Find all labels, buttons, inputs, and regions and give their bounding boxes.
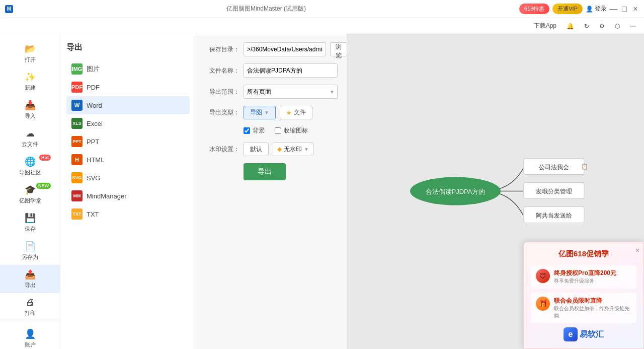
browse-button[interactable]: 浏览 bbox=[330, 42, 347, 56]
print-icon: 🖨 bbox=[26, 297, 35, 308]
cloud-icon: ☁ bbox=[26, 128, 35, 139]
share-button[interactable]: ⬡ bbox=[612, 22, 623, 31]
download-app-button[interactable]: 下载App bbox=[531, 21, 559, 31]
sidebar-item-saveas[interactable]: 📄 另存为 bbox=[0, 237, 60, 265]
logo-e-icon: e bbox=[564, 327, 578, 341]
promo-item2-title: 联合会员限时直降 bbox=[554, 297, 631, 305]
format-svg[interactable]: SVG SVG bbox=[66, 169, 190, 187]
sidebar-item-cloud[interactable]: ☁ 云文件 bbox=[0, 124, 60, 152]
format-txt[interactable]: TXT TXT bbox=[66, 205, 190, 223]
promo-icon-1: 🛡 bbox=[536, 269, 550, 283]
format-icon-ppt: PPT bbox=[71, 136, 83, 147]
mind-map-container: 合法偶读PJDPA方的 公司法我会 📋 发哦分类管理 阿共当发送给 bbox=[395, 141, 596, 243]
share-icon: ⬡ bbox=[615, 23, 620, 30]
format-pdf[interactable]: PDF PDF bbox=[66, 78, 190, 96]
export-range-row: 导出范围： 所有页面 当前页面 选中页面 ▼ bbox=[205, 85, 338, 99]
watermark-select[interactable]: ◆ 无水印 ▼ bbox=[273, 142, 313, 156]
sidebar-item-open[interactable]: 📂 打开 bbox=[0, 39, 60, 67]
sidebar-bottom: 👤 账户 ⚙ 选项 bbox=[0, 321, 60, 349]
export-range-select-wrap: 所有页面 当前页面 选中页面 ▼ bbox=[244, 85, 338, 99]
promo-item-2[interactable]: 🎁 联合会员限时直降 联合会员权益加倍，终身升级抢先购 bbox=[531, 293, 636, 323]
format-img[interactable]: IMG 图片 bbox=[66, 60, 190, 78]
promo-logo-text: 易软汇 bbox=[580, 329, 604, 340]
shrink-checkbox[interactable] bbox=[275, 127, 281, 134]
sidebar: 📂 打开 ✨ 新建 📥 导入 ☁ 云文件 🌐 导图社区 Hot 🎓 亿图学堂 N… bbox=[0, 34, 60, 349]
bell-button[interactable]: 🔔 bbox=[564, 22, 577, 31]
diagram-arrow-icon: ▼ bbox=[264, 110, 269, 115]
maximize-button[interactable]: □ bbox=[621, 6, 628, 13]
toolbar2: 下载App 🔔 ↻ ⚙ ⬡ ⋯ bbox=[0, 18, 644, 34]
main-area: 📂 打开 ✨ 新建 📥 导入 ☁ 云文件 🌐 导图社区 Hot 🎓 亿图学堂 N… bbox=[0, 34, 644, 349]
promo-item-1[interactable]: 🛡 终身授权Pro直降200元 尊享免费升级服务 bbox=[531, 265, 636, 289]
sidebar-item-print[interactable]: 🖨 打印 bbox=[0, 293, 60, 321]
bg-checkbox[interactable] bbox=[244, 127, 250, 134]
watermark-diamond-icon: ◆ bbox=[277, 146, 282, 153]
format-excel[interactable]: XLS Excel bbox=[66, 114, 190, 132]
format-mindmanager[interactable]: MM MindManager bbox=[66, 187, 190, 205]
promo-close-button[interactable]: × bbox=[635, 246, 639, 254]
export-type-label: 导出类型： bbox=[205, 108, 239, 117]
file-name-input[interactable] bbox=[244, 63, 338, 78]
format-icon-word: W bbox=[71, 100, 83, 111]
new-badge: NEW bbox=[36, 183, 51, 189]
window-controls: — □ × bbox=[610, 6, 639, 13]
format-icon-txt: TXT bbox=[71, 208, 83, 220]
export-icon: 📤 bbox=[25, 269, 36, 280]
svg-text:公司法我会: 公司法我会 bbox=[539, 163, 569, 170]
file-star-icon: ★ bbox=[286, 109, 292, 116]
save-dir-input[interactable] bbox=[244, 42, 326, 56]
sidebar-item-save[interactable]: 💾 保存 bbox=[0, 208, 60, 237]
format-icon-pdf: PDF bbox=[71, 82, 83, 93]
promo-popup: × 亿图618促销季 🛡 终身授权Pro直降200元 尊享免费升级服务 🎁 联合… bbox=[523, 242, 644, 349]
more-icon: ⋯ bbox=[630, 23, 636, 30]
hot-badge: Hot bbox=[39, 155, 51, 161]
file-name-label: 文件名称： bbox=[205, 66, 239, 75]
sidebar-item-learn[interactable]: 🎓 亿图学堂 NEW bbox=[0, 180, 60, 208]
format-html[interactable]: H HTML bbox=[66, 151, 190, 169]
format-icon-mm: MM bbox=[71, 190, 83, 201]
settings-icon: ⚙ bbox=[599, 23, 605, 30]
export-type-row: 导出类型： 导图 ▼ ★ 文件 bbox=[205, 106, 338, 119]
titlebar-right: 618特惠 开通VIP 👤 登录 — □ × bbox=[519, 4, 639, 14]
settings-area: 保存目录： 浏览 文件名称： 导出范围： 所有页面 当前页面 选中页面 ▼ 导出… bbox=[196, 34, 347, 349]
type-file-button[interactable]: ★ 文件 bbox=[280, 106, 312, 119]
watermark-label: 水印设置： bbox=[205, 145, 239, 154]
saveas-icon: 📄 bbox=[25, 241, 36, 252]
btn-618[interactable]: 618特惠 bbox=[519, 4, 549, 14]
btn-vip[interactable]: 开通VIP bbox=[552, 4, 583, 14]
type-diagram-button[interactable]: 导图 ▼ bbox=[244, 106, 276, 119]
promo-item2-sub: 联合会员权益加倍，终身升级抢先购 bbox=[554, 305, 631, 319]
svg-text:合法偶读PJDPA方的: 合法偶读PJDPA方的 bbox=[426, 187, 486, 195]
watermark-default-button[interactable]: 默认 bbox=[244, 142, 269, 156]
close-button[interactable]: × bbox=[632, 6, 639, 13]
btn-login[interactable]: 👤 登录 bbox=[586, 5, 607, 13]
sidebar-item-community[interactable]: 🌐 导图社区 Hot bbox=[0, 152, 60, 180]
refresh-button[interactable]: ↻ bbox=[581, 22, 592, 31]
export-format-list: IMG 图片 PDF PDF W Word XLS Excel PPT PPT … bbox=[66, 60, 190, 223]
save-dir-label: 保存目录： bbox=[205, 45, 239, 54]
format-word[interactable]: W Word bbox=[66, 96, 190, 114]
sidebar-item-import[interactable]: 📥 导入 bbox=[0, 96, 60, 124]
promo-icon-2: 🎁 bbox=[536, 297, 550, 311]
export-button[interactable]: 导出 bbox=[244, 163, 286, 180]
account-icon: 👤 bbox=[25, 328, 36, 339]
bell-icon: 🔔 bbox=[567, 23, 574, 30]
community-icon: 🌐 bbox=[25, 156, 36, 167]
save-dir-row: 保存目录： 浏览 bbox=[205, 42, 338, 56]
format-ppt[interactable]: PPT PPT bbox=[66, 132, 190, 151]
shrink-checkbox-label[interactable]: 收缩图标 bbox=[275, 126, 308, 135]
sidebar-item-export[interactable]: 📤 导出 bbox=[0, 265, 60, 293]
svg-text:📋: 📋 bbox=[581, 162, 588, 169]
format-icon-svg: SVG bbox=[71, 172, 83, 183]
learn-icon: 🎓 bbox=[25, 184, 36, 195]
sidebar-item-account[interactable]: 👤 账户 bbox=[0, 324, 60, 349]
svg-text:发哦分类管理: 发哦分类管理 bbox=[536, 187, 572, 194]
minimize-button[interactable]: — bbox=[610, 6, 617, 13]
more-button[interactable]: ⋯ bbox=[627, 22, 639, 31]
bg-checkbox-label[interactable]: 背景 bbox=[244, 126, 265, 135]
export-range-select[interactable]: 所有页面 当前页面 选中页面 bbox=[244, 85, 338, 99]
settings-button[interactable]: ⚙ bbox=[596, 22, 608, 31]
promo-logo-row: e 易软汇 bbox=[531, 327, 636, 341]
refresh-icon: ↻ bbox=[584, 23, 589, 30]
sidebar-item-new[interactable]: ✨ 新建 bbox=[0, 67, 60, 96]
